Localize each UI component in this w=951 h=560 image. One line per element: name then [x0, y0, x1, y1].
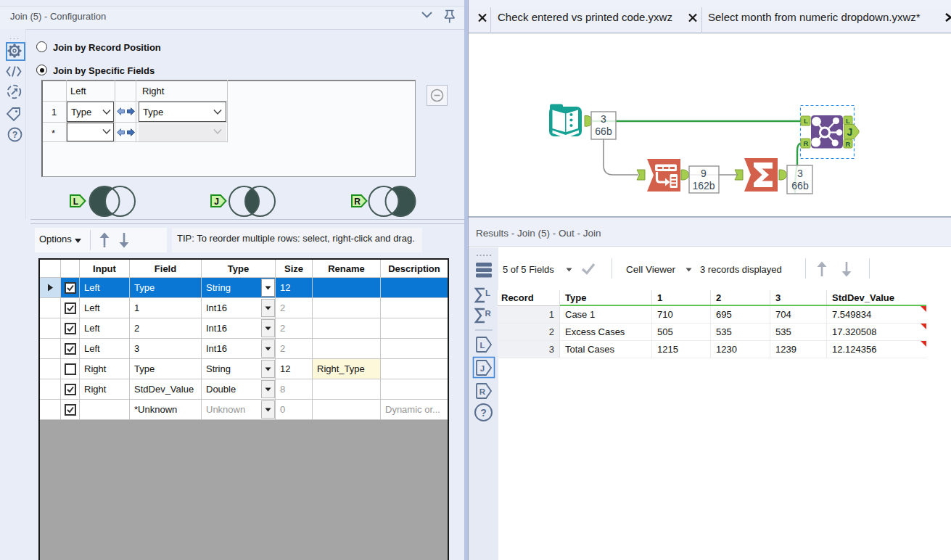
svg-text:J: J	[214, 197, 219, 207]
svg-text:R: R	[846, 140, 851, 148]
svg-text:66b: 66b	[595, 125, 612, 137]
svg-text:3: 3	[601, 113, 606, 125]
svg-text:3: 3	[797, 168, 803, 179]
svg-text:R: R	[804, 139, 809, 147]
svg-text:?: ?	[480, 407, 487, 419]
svg-text:L: L	[485, 289, 490, 297]
svg-text:9: 9	[701, 168, 707, 179]
svg-text:R: R	[354, 197, 361, 207]
svg-text:66b: 66b	[791, 180, 809, 192]
svg-text:?: ?	[12, 130, 18, 140]
svg-text:162b: 162b	[692, 180, 715, 192]
svg-text:J: J	[480, 364, 485, 373]
svg-text:L: L	[846, 117, 850, 125]
svg-text:R: R	[479, 387, 486, 396]
svg-text:L: L	[804, 117, 808, 125]
svg-text:L: L	[479, 341, 485, 350]
svg-text:L: L	[73, 197, 78, 207]
svg-text:J: J	[847, 126, 853, 138]
svg-text:R: R	[485, 309, 492, 318]
